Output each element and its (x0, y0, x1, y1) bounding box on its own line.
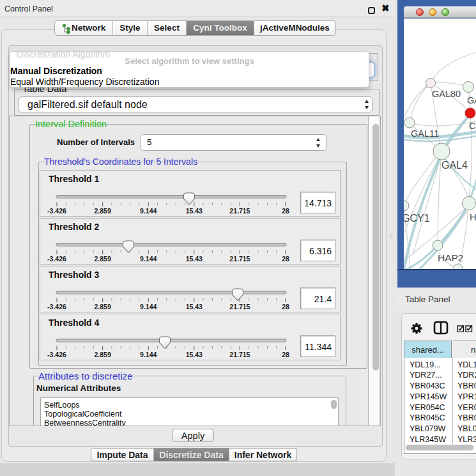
svg-text:21.715: 21.715 (229, 351, 250, 358)
svg-text:GAL8: GAL8 (467, 95, 476, 105)
svg-text:9.144: 9.144 (140, 303, 157, 311)
svg-text:GCY1: GCY1 (404, 213, 430, 224)
svg-text:15.43: 15.43 (186, 207, 203, 215)
svg-text:GAL4: GAL4 (441, 160, 468, 171)
svg-text:-3.426: -3.426 (47, 207, 66, 215)
svg-text:2.859: 2.859 (94, 207, 111, 215)
svg-text:21.715: 21.715 (229, 207, 250, 215)
svg-text:2.859: 2.859 (94, 303, 111, 311)
svg-text:28: 28 (282, 303, 289, 311)
svg-text:21.715: 21.715 (229, 255, 250, 263)
svg-text:-3.426: -3.426 (47, 303, 66, 311)
svg-text:28: 28 (282, 207, 289, 215)
svg-text:15.43: 15.43 (186, 351, 203, 358)
svg-text:GAL80: GAL80 (432, 89, 461, 99)
svg-text:-3.426: -3.426 (47, 351, 66, 358)
svg-text:9.144: 9.144 (140, 351, 157, 358)
svg-text:9.144: 9.144 (140, 255, 157, 263)
svg-text:28: 28 (282, 255, 289, 263)
svg-text:15.43: 15.43 (186, 255, 203, 263)
svg-text:2.859: 2.859 (94, 255, 111, 263)
svg-text:15.43: 15.43 (186, 303, 203, 311)
svg-text:21.715: 21.715 (229, 303, 250, 311)
svg-text:HAP2: HAP2 (438, 252, 464, 263)
svg-text:CD: CD (469, 121, 476, 131)
svg-text:GAL11: GAL11 (411, 128, 439, 139)
svg-text:28: 28 (282, 351, 289, 358)
svg-text:9.144: 9.144 (140, 207, 157, 215)
svg-text:HA: HA (470, 211, 476, 222)
svg-text:-3.426: -3.426 (47, 255, 66, 263)
svg-text:2.859: 2.859 (94, 351, 111, 358)
